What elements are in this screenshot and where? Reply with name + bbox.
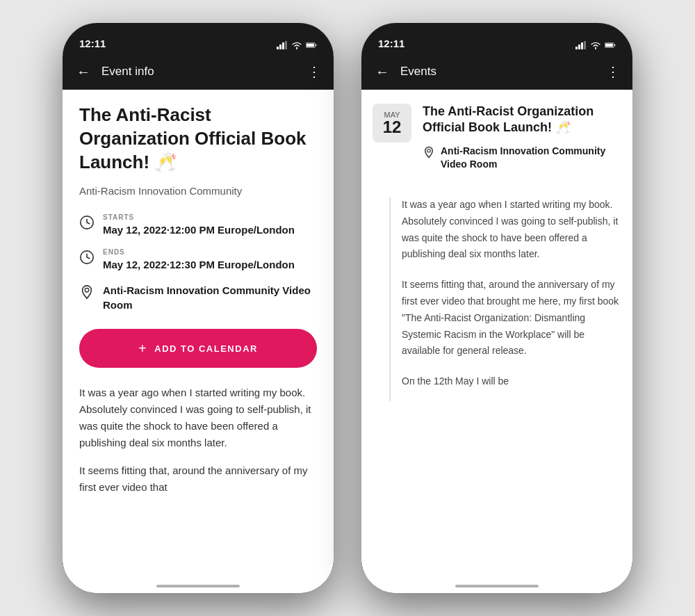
more-button-2[interactable]: ⋮ [606, 63, 621, 80]
nav-bar-2: ← Events ⋮ [361, 54, 632, 90]
wifi-icon-1 [291, 41, 302, 49]
nav-title-2: Events [400, 65, 598, 79]
location-detail: Anti-Racism Innovation Community Video R… [79, 283, 317, 312]
home-indicator-2 [455, 585, 539, 587]
svg-rect-1 [279, 44, 281, 49]
wifi-icon-2 [590, 41, 601, 49]
more-button-1[interactable]: ⋮ [307, 63, 322, 80]
event-desc-2-3: On the 12th May I will be [402, 373, 621, 390]
date-day: 12 [383, 119, 402, 136]
location-content: Anti-Racism Innovation Community Video R… [103, 283, 317, 312]
events-screen: May 12 The Anti-Racist Organization Offi… [361, 90, 632, 593]
community-name-1: Anti-Racism Innovation Community [79, 185, 317, 197]
svg-rect-2 [282, 42, 284, 49]
svg-rect-6 [306, 44, 314, 47]
svg-rect-5 [316, 44, 317, 47]
status-time-1: 12:11 [79, 38, 106, 49]
status-time-2: 12:11 [378, 38, 404, 49]
svg-point-9 [85, 289, 89, 293]
notch-2 [445, 23, 549, 44]
description-2: It seems fitting that, around the annive… [79, 462, 317, 496]
svg-rect-10 [575, 47, 578, 49]
ends-detail: ENDS May 12, 2022·12:30 PM Europe/London [79, 248, 317, 272]
ends-value: May 12, 2022·12:30 PM Europe/London [103, 257, 317, 272]
phone-1: 12:11 [63, 23, 334, 593]
location-text-2: Anti-Racism Innovation Community Video R… [441, 145, 621, 172]
event-desc-2-2: It seems fitting that, around the annive… [402, 277, 621, 359]
list-item[interactable]: May 12 The Anti-Racist Organization Offi… [361, 90, 632, 197]
event-desc-2-1: It was a year ago when I started writing… [402, 197, 621, 263]
event-info-2: The Anti-Racist Organization Official Bo… [423, 104, 621, 183]
battery-icon-2 [605, 41, 616, 49]
location-value-1: Anti-Racism Innovation Community Video R… [103, 283, 317, 312]
starts-detail: STARTS May 12, 2022·12:00 PM Europe/Lond… [79, 213, 317, 237]
starts-label: STARTS [103, 213, 317, 221]
back-button-1[interactable]: ← [74, 61, 93, 83]
svg-rect-16 [605, 44, 613, 47]
status-icons-2 [575, 41, 616, 49]
clock-icon-starts [79, 215, 95, 230]
ends-label: ENDS [103, 248, 317, 256]
event-detail-screen: The Anti-Racist Organization Official Bo… [63, 90, 334, 593]
clock-icon-ends [79, 250, 95, 265]
date-badge: May 12 [373, 104, 411, 143]
nav-bar-1: ← Event info ⋮ [63, 54, 334, 90]
description-section: It was a year ago when I started writing… [389, 197, 632, 401]
battery-icon-1 [306, 41, 317, 49]
svg-rect-11 [578, 44, 580, 49]
svg-rect-0 [277, 47, 279, 49]
nav-title-1: Event info [101, 65, 299, 79]
starts-value: May 12, 2022·12:00 PM Europe/London [103, 222, 317, 237]
starts-content: STARTS May 12, 2022·12:00 PM Europe/Lond… [103, 213, 317, 237]
svg-rect-3 [285, 41, 287, 49]
back-button-2[interactable]: ← [373, 61, 392, 83]
ends-content: ENDS May 12, 2022·12:30 PM Europe/London [103, 248, 317, 272]
home-indicator-1 [156, 585, 240, 587]
event-title-2: The Anti-Racist Organization Official Bo… [423, 104, 621, 136]
event-title-1: The Anti-Racist Organization Official Bo… [79, 104, 317, 174]
signal-icon-1 [277, 41, 288, 49]
location-icon-2 [423, 146, 435, 161]
add-to-calendar-button[interactable]: + ADD TO CALENDAR [79, 329, 317, 368]
status-icons-1 [277, 41, 317, 49]
notch-1 [146, 23, 250, 44]
add-to-calendar-label: ADD TO CALENDAR [154, 343, 258, 354]
signal-icon-2 [575, 41, 587, 49]
svg-rect-15 [614, 44, 616, 47]
description-1: It was a year ago when I started writing… [79, 384, 317, 451]
location-row-2: Anti-Racism Innovation Community Video R… [423, 145, 621, 172]
svg-rect-12 [581, 42, 583, 49]
phone-2: 12:11 [361, 23, 632, 593]
svg-rect-13 [584, 41, 586, 49]
svg-point-17 [427, 149, 431, 152]
location-icon-1 [79, 284, 95, 300]
plus-icon: + [138, 341, 147, 357]
